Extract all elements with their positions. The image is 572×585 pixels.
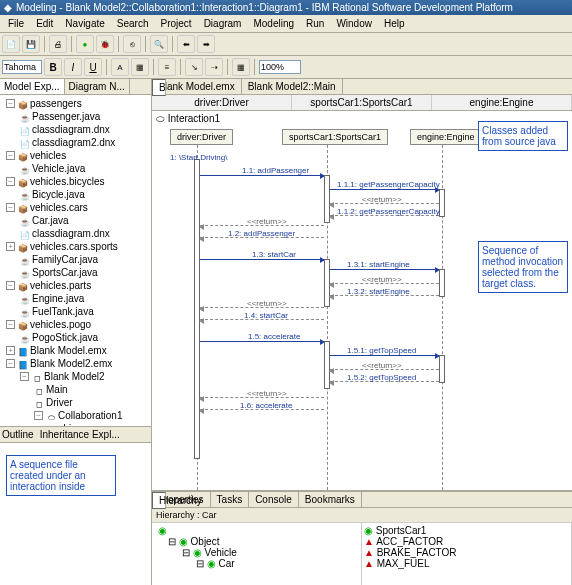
debug-icon[interactable]: 🐞 [96,35,114,53]
menu-bar: File Edit Navigate Search Project Diagra… [0,15,572,33]
sequence-diagram[interactable]: ⬭ Interaction1 driver:Driver sportsCar1:… [152,111,572,491]
menu-file[interactable]: File [3,16,29,31]
menu-search[interactable]: Search [112,16,154,31]
callout-sequence-file: A sequence file created under an interac… [6,455,116,496]
menu-diagram[interactable]: Diagram [199,16,247,31]
connector-icon[interactable]: ⇢ [205,58,223,76]
menu-project[interactable]: Project [156,16,197,31]
zoom-combo[interactable] [259,60,301,74]
menu-window[interactable]: Window [331,16,377,31]
underline-icon[interactable]: U [84,58,102,76]
new-icon[interactable]: 📄 [2,35,20,53]
back-icon[interactable]: ⬅ [177,35,195,53]
diagram-title: ⬭ Interaction1 [156,113,220,125]
window-title: Modeling - Blank Model2::Collaboration1:… [16,2,513,13]
hierarchy-tree[interactable]: ◉ ⊟ ◉ Object ⊟ ◉ Vehicle ⊟ ◉ Car [152,523,362,585]
title-bar: ◆ Modeling - Blank Model2::Collaboration… [0,0,572,15]
lifeline-engine[interactable]: engine:Engine [410,129,482,145]
toolbar-2: B I U A ▦ ≡ ↘ ⇢ ▦ [0,56,572,79]
tab-hierarchy[interactable]: Hierarchy [152,492,166,509]
lifeline-car[interactable]: sportsCar1:SportsCar1 [282,129,388,145]
print-icon[interactable]: 🖨 [49,35,67,53]
lifeline-header-row: driver:Driver sportsCar1:SportsCar1 engi… [152,95,572,111]
tab-bookmarks[interactable]: Bookmarks [299,492,362,507]
msg-getpc[interactable] [330,189,439,190]
lifeline-driver[interactable]: driver:Driver [170,129,233,145]
menu-modeling[interactable]: Modeling [248,16,299,31]
italic-icon[interactable]: I [64,58,82,76]
editor-tabs: Blank Model.emx Blank Model2::Main Blank… [152,79,572,95]
fwd-icon[interactable]: ➡ [197,35,215,53]
menu-run[interactable]: Run [301,16,329,31]
msg-accelerate[interactable] [200,341,324,342]
ext-icon[interactable]: ⎋ [123,35,141,53]
msg-startcar[interactable] [200,259,324,260]
search-icon[interactable]: 🔍 [150,35,168,53]
font-combo[interactable] [2,60,42,74]
fillcolor-icon[interactable]: ▦ [131,58,149,76]
menu-navigate[interactable]: Navigate [60,16,109,31]
run-icon[interactable]: ● [76,35,94,53]
menu-edit[interactable]: Edit [31,16,58,31]
left-tabs: Model Exp... Diagram N... [0,79,151,95]
tab-model-explorer[interactable]: Model Exp... [0,79,65,94]
msg-startengine[interactable] [330,269,439,270]
grid-icon[interactable]: ▦ [232,58,250,76]
tab-diagram-nav[interactable]: Diagram N... [65,79,130,94]
bottom-panel: Properties Tasks Console Bookmarks Hiera… [152,491,572,585]
tab-outline[interactable]: Outline [2,429,34,440]
tab-inheritance[interactable]: Inheritance Expl... [40,429,120,440]
bold-icon[interactable]: B [44,58,62,76]
fontcolor-icon[interactable]: A [111,58,129,76]
model-explorer-tree[interactable]: −📦passengers ☕Passenger.java 📄classdiagr… [0,95,151,426]
tab-tasks[interactable]: Tasks [211,492,250,507]
msg-addpassenger[interactable] [200,175,324,176]
editor-tab-2[interactable]: Blank Model2::Main [242,79,343,94]
align-icon[interactable]: ≡ [158,58,176,76]
tab-console[interactable]: Console [249,492,299,507]
callout-classes: Classes added from source java [478,121,568,151]
hierarchy-header: Hierarchy : Car [152,508,572,523]
menu-help[interactable]: Help [379,16,410,31]
callout-sequence: Sequence of method invocation selected f… [478,241,568,293]
msg-gettopspeed[interactable] [330,355,439,356]
editor-tab-3[interactable]: Blank Model2::Collaboration1::Interactio… [152,79,166,96]
hierarchy-members[interactable]: ◉ SportsCar1 ▲ ACC_FACTOR ▲ BRAKE_FACTOR… [362,523,572,585]
arrow-icon[interactable]: ↘ [185,58,203,76]
app-icon: ◆ [4,2,12,13]
toolbar-1: 📄 💾 🖨 ● 🐞 ⎋ 🔍 ⬅ ➡ [0,33,572,56]
save-icon[interactable]: 💾 [22,35,40,53]
